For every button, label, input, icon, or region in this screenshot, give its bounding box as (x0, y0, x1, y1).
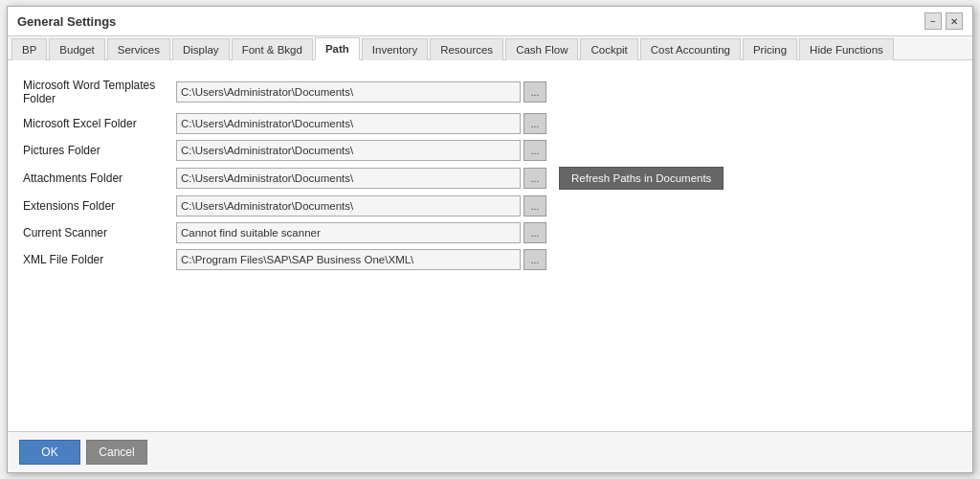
footer: OK Cancel (8, 431, 972, 472)
field-label-2: Pictures Folder (23, 137, 176, 164)
field-input-4[interactable] (176, 195, 521, 217)
general-settings-window: General Settings − ✕ BPBudgetServicesDis… (7, 6, 973, 473)
tab-cost-accounting[interactable]: Cost Accounting (640, 38, 741, 60)
tab-font---bkgd[interactable]: Font & Bkgd (232, 38, 313, 60)
field-label-4: Extensions Folder (23, 193, 176, 219)
cancel-button[interactable]: Cancel (86, 440, 147, 465)
field-input-group-4: ... (176, 193, 957, 219)
content-area: Microsoft Word Templates Folder...Micros… (8, 60, 972, 431)
refresh-paths-button[interactable]: Refresh Paths in Documents (559, 167, 724, 190)
tab-budget[interactable]: Budget (49, 38, 104, 60)
tab-resources[interactable]: Resources (430, 38, 503, 60)
title-bar-controls: − ✕ (924, 12, 963, 30)
field-input-group-5: ... (176, 219, 957, 246)
field-input-1[interactable] (176, 113, 521, 134)
tab-inventory[interactable]: Inventory (362, 38, 428, 60)
field-label-5: Current Scanner (23, 219, 176, 246)
field-label-1: Microsoft Excel Folder (23, 110, 176, 137)
browse-button-3[interactable]: ... (523, 168, 546, 189)
tab-pricing[interactable]: Pricing (743, 38, 797, 60)
browse-button-6[interactable]: ... (523, 249, 546, 270)
tab-display[interactable]: Display (172, 38, 230, 60)
field-input-group-1: ... (176, 110, 957, 137)
close-button[interactable]: ✕ (946, 12, 963, 30)
field-label-0: Microsoft Word Templates Folder (23, 74, 176, 110)
field-input-group-0: ... (176, 74, 957, 110)
tab-path[interactable]: Path (315, 37, 360, 60)
minimize-button[interactable]: − (924, 12, 942, 30)
field-input-group-3: ...Refresh Paths in Documents (176, 164, 957, 193)
browse-button-2[interactable]: ... (523, 140, 546, 161)
window-title: General Settings (17, 14, 116, 29)
field-input-2[interactable] (176, 140, 521, 161)
tab-bp[interactable]: BP (11, 38, 47, 60)
browse-button-0[interactable]: ... (523, 81, 546, 103)
field-label-6: XML File Folder (23, 246, 176, 273)
tab-cockpit[interactable]: Cockpit (580, 38, 637, 60)
ok-button[interactable]: OK (19, 440, 80, 465)
browse-button-1[interactable]: ... (523, 113, 546, 134)
title-bar: General Settings − ✕ (8, 7, 972, 36)
tab-hide-functions[interactable]: Hide Functions (799, 38, 894, 60)
browse-button-5[interactable]: ... (523, 222, 546, 243)
field-input-3[interactable] (176, 168, 521, 189)
browse-button-4[interactable]: ... (523, 195, 546, 217)
tab-services[interactable]: Services (107, 38, 170, 60)
form-grid: Microsoft Word Templates Folder...Micros… (23, 74, 957, 273)
field-input-0[interactable] (176, 81, 521, 103)
field-input-5[interactable] (176, 222, 521, 243)
field-input-group-6: ... (176, 246, 957, 273)
tab-cash-flow[interactable]: Cash Flow (505, 38, 578, 60)
tab-bar: BPBudgetServicesDisplayFont & BkgdPathIn… (8, 36, 972, 60)
field-label-3: Attachments Folder (23, 164, 176, 193)
field-input-group-2: ... (176, 137, 957, 164)
field-input-6[interactable] (176, 249, 521, 270)
